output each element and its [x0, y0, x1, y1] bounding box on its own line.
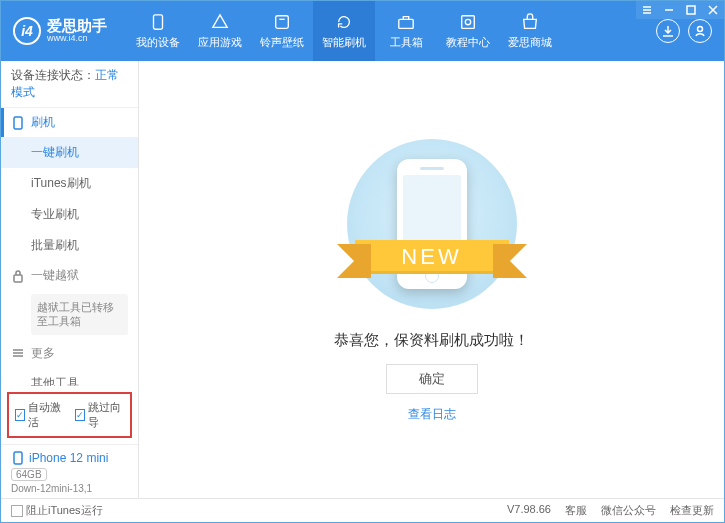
nav-label: 我的设备	[136, 35, 180, 50]
sidebar-options-highlighted: ✓自动激活✓跳过向导	[7, 392, 132, 438]
sidebar-group[interactable]: 一键越狱	[1, 261, 138, 290]
status-bar: 阻止iTunes运行 V7.98.66 客服 微信公众号 检查更新	[1, 498, 724, 522]
footer-support-link[interactable]: 客服	[565, 503, 587, 518]
version-label: V7.98.66	[507, 503, 551, 518]
block-itunes-label: 阻止iTunes运行	[26, 503, 103, 518]
sidebar-item[interactable]: iTunes刷机	[1, 168, 138, 199]
nav-label: 应用游戏	[198, 35, 242, 50]
close-button[interactable]	[702, 1, 724, 19]
nav-apps[interactable]: 应用游戏	[189, 1, 251, 61]
nav-label: 智能刷机	[322, 35, 366, 50]
lock-icon	[11, 269, 25, 283]
sidebar: 设备连接状态：正常模式 刷机一键刷机iTunes刷机专业刷机批量刷机一键越狱越狱…	[1, 61, 139, 500]
apps-icon	[210, 13, 230, 31]
book-icon	[458, 13, 478, 31]
svg-rect-8	[14, 275, 22, 282]
svg-rect-2	[276, 15, 289, 28]
nav-label: 爱思商城	[508, 35, 552, 50]
svg-point-5	[465, 19, 470, 24]
nav-refresh[interactable]: 智能刷机	[313, 1, 375, 61]
group-label: 刷机	[31, 114, 55, 131]
titlebar: i4 爱思助手 www.i4.cn 我的设备应用游戏铃声壁纸智能刷机工具箱教程中…	[1, 1, 724, 61]
sidebar-item[interactable]: 一键刷机	[1, 137, 138, 168]
footer-wechat-link[interactable]: 微信公众号	[601, 503, 656, 518]
sidebar-item[interactable]: 其他工具	[1, 368, 138, 386]
sidebar-group[interactable]: 更多	[1, 339, 138, 368]
device-sub: Down-12mini-13,1	[11, 483, 128, 494]
phone-icon	[11, 451, 25, 465]
svg-rect-7	[14, 117, 22, 129]
block-itunes-checkbox[interactable]: 阻止iTunes运行	[11, 503, 103, 518]
svg-rect-3	[399, 19, 413, 28]
refresh-icon	[334, 13, 354, 31]
toolbox-icon	[396, 13, 416, 31]
nav-label: 工具箱	[390, 35, 423, 50]
sidebar-item[interactable]: 专业刷机	[1, 199, 138, 230]
window-controls	[636, 1, 724, 19]
nav-book[interactable]: 教程中心	[437, 1, 499, 61]
footer-update-link[interactable]: 检查更新	[670, 503, 714, 518]
device-info[interactable]: iPhone 12 mini 64GB Down-12mini-13,1	[1, 444, 138, 500]
group-label: 一键越狱	[31, 267, 79, 284]
view-log-link[interactable]: 查看日志	[408, 406, 456, 423]
sidebar-group[interactable]: 刷机	[1, 108, 138, 137]
app-logo: i4 爱思助手 www.i4.cn	[13, 17, 107, 45]
success-message: 恭喜您，保资料刷机成功啦！	[334, 331, 529, 350]
checkbox-icon: ✓	[15, 409, 25, 421]
maximize-button[interactable]	[680, 1, 702, 19]
app-title: 爱思助手	[47, 18, 107, 35]
main-content: NEW 恭喜您，保资料刷机成功啦！ 确定 查看日志	[139, 61, 724, 500]
checkbox-label: 自动激活	[28, 400, 64, 430]
top-nav: 我的设备应用游戏铃声壁纸智能刷机工具箱教程中心爱思商城	[127, 1, 561, 61]
sidebar-checkbox[interactable]: ✓跳过向导	[75, 400, 125, 430]
new-ribbon: NEW	[355, 240, 509, 274]
menu-button[interactable]	[636, 1, 658, 19]
music-icon	[272, 13, 292, 31]
confirm-button[interactable]: 确定	[386, 364, 478, 394]
sidebar-note: 越狱工具已转移至工具箱	[31, 294, 128, 335]
sidebar-checkbox[interactable]: ✓自动激活	[15, 400, 65, 430]
svg-rect-0	[687, 6, 695, 14]
shop-icon	[520, 13, 540, 31]
phone-icon	[148, 13, 168, 31]
status-label: 设备连接状态：	[11, 68, 95, 82]
download-button[interactable]	[656, 19, 680, 43]
nav-phone[interactable]: 我的设备	[127, 1, 189, 61]
nav-music[interactable]: 铃声壁纸	[251, 1, 313, 61]
svg-rect-9	[14, 452, 22, 464]
nav-label: 教程中心	[446, 35, 490, 50]
more-icon	[11, 346, 25, 360]
nav-label: 铃声壁纸	[260, 35, 304, 50]
logo-icon: i4	[13, 17, 41, 45]
phone-icon	[11, 116, 25, 130]
checkbox-icon: ✓	[75, 409, 85, 421]
svg-point-6	[698, 27, 703, 32]
nav-toolbox[interactable]: 工具箱	[375, 1, 437, 61]
checkbox-label: 跳过向导	[88, 400, 124, 430]
svg-rect-4	[462, 15, 475, 28]
app-subtitle: www.i4.cn	[47, 34, 107, 44]
connection-status: 设备连接状态：正常模式	[1, 61, 138, 108]
device-storage: 64GB	[11, 468, 47, 481]
illustration: NEW	[347, 139, 517, 309]
minimize-button[interactable]	[658, 1, 680, 19]
group-label: 更多	[31, 345, 55, 362]
svg-rect-1	[154, 14, 163, 28]
sidebar-item[interactable]: 批量刷机	[1, 230, 138, 261]
device-name: iPhone 12 mini	[29, 451, 108, 465]
nav-shop[interactable]: 爱思商城	[499, 1, 561, 61]
user-button[interactable]	[688, 19, 712, 43]
